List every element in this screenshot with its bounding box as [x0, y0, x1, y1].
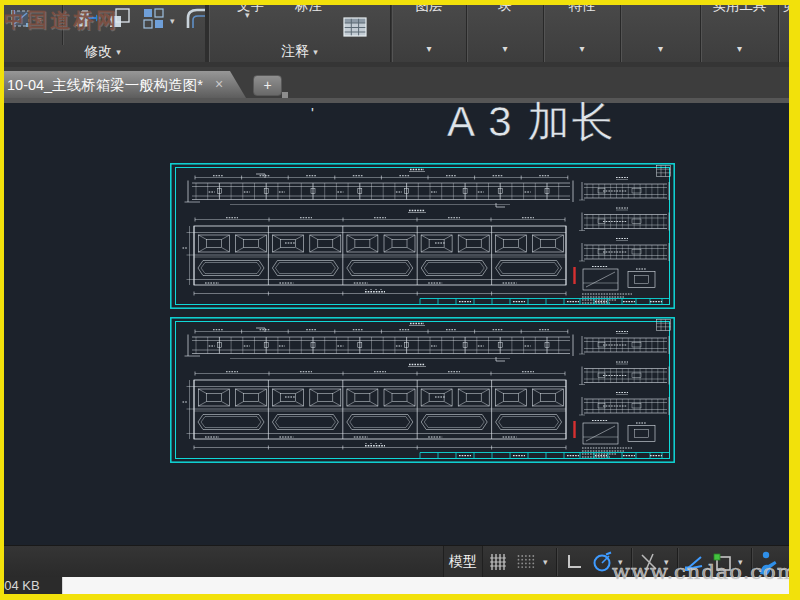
ribbon-panel-group[interactable]: ▾ [621, 0, 701, 62]
panel-label-modify[interactable]: 修改 ▾ [0, 43, 205, 61]
chevron-down-icon[interactable]: ▾ [701, 44, 778, 54]
snap-grid-icon[interactable] [486, 551, 510, 577]
a3-annotation-text: A 3 加长 [447, 97, 615, 147]
ribbon-panel-annotate: 文字 ▾ 标注 注释 ▾ [209, 0, 391, 62]
panel-label-annotate[interactable]: 注释 ▾ [209, 43, 390, 61]
ribbon-panel-utilities[interactable]: 实用工具 ▾ [701, 0, 779, 62]
grid-dropdown-icon[interactable]: ▾ [543, 557, 548, 567]
chevron-down-icon: ▾ [313, 47, 318, 57]
chevron-down-icon[interactable]: ▾ [621, 44, 700, 54]
close-icon[interactable]: × [215, 76, 223, 92]
grid-display-icon[interactable] [514, 551, 538, 577]
stray-mark: ' [311, 104, 314, 121]
text-dropdown-icon[interactable]: ▾ [245, 10, 250, 20]
status-divider [556, 548, 557, 576]
ribbon-panel-layers[interactable]: 图层 ▾ [392, 0, 467, 62]
tab-title: 10-04_主线桥箱梁一般构造图* [7, 76, 203, 95]
drawing-sheet-1 [170, 163, 675, 309]
screenshot-border-right [789, 0, 800, 600]
file-tab-bar: 10-04_主线桥箱梁一般构造图* × + [0, 67, 800, 103]
screenshot-border-left [0, 0, 4, 600]
tab-active-drawing[interactable]: 10-04_主线桥箱梁一般构造图* × [0, 71, 246, 98]
chevron-down-icon[interactable]: ▾ [544, 44, 620, 54]
array-tool-icon[interactable] [140, 5, 168, 35]
file-size-label: 304 KB [0, 577, 62, 595]
chevron-down-icon[interactable]: ▾ [467, 44, 543, 54]
ortho-mode-icon[interactable] [562, 551, 586, 577]
model-space-canvas[interactable]: ' A 3 加长 [0, 103, 800, 545]
ribbon-panel-properties[interactable]: 特性 ▾ [544, 0, 621, 62]
array-dropdown-icon[interactable]: ▾ [170, 16, 175, 26]
screenshot-border-bottom [0, 594, 800, 600]
screenshot-border-top [0, 0, 800, 5]
new-tab-button[interactable]: + [253, 75, 282, 96]
chevron-down-icon[interactable]: ▾ [392, 44, 466, 54]
table-tool-icon[interactable] [341, 14, 369, 44]
ribbon-panel-block[interactable]: 块 ▾ [467, 0, 544, 62]
ribbon: ▾ ▾ 修改 ▾ 文字 ▾ 标注 注释 ▾ 图层 ▾ [0, 0, 800, 68]
cndao-url-watermark: www.cndao.com [612, 560, 798, 584]
chevron-down-icon: ▾ [116, 47, 121, 57]
drawing-sheet-2 [170, 317, 675, 463]
model-tab-button[interactable]: 模型 [443, 546, 483, 578]
cn-bridge-watermark: 中国道桥网 [4, 7, 119, 34]
